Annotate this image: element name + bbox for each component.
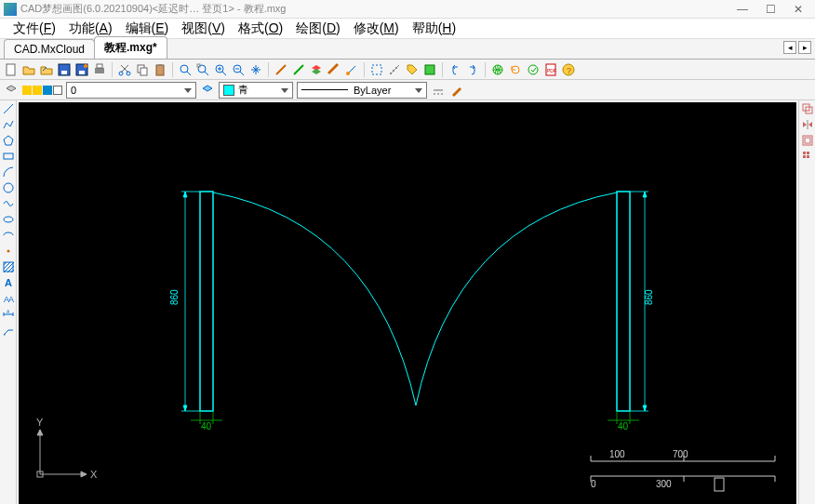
axis-y-label: Y [36, 417, 44, 428]
close-button[interactable]: ✕ [785, 2, 811, 17]
minimize-button[interactable]: — [729, 2, 755, 17]
polygon-icon[interactable] [2, 134, 15, 147]
rectangle-icon[interactable] [2, 150, 15, 163]
saveas-icon[interactable] [74, 62, 89, 77]
linetype-settings-icon[interactable] [431, 83, 446, 98]
tab-next-button[interactable]: ▸ [798, 41, 811, 54]
refresh-icon[interactable] [508, 62, 523, 77]
draw2-icon[interactable] [291, 62, 306, 77]
maximize-button[interactable]: ☐ [757, 2, 783, 17]
ruler-300: 300 [656, 479, 672, 489]
copy-icon[interactable] [135, 62, 150, 77]
new-icon[interactable] [4, 62, 19, 77]
svg-rect-13 [158, 64, 162, 66]
svg-rect-28 [4, 153, 13, 159]
mtext-icon[interactable]: AA [2, 292, 15, 305]
menu-help[interactable]: 帮助(H) [407, 19, 461, 39]
modify-toolbar [798, 100, 815, 504]
menu-view[interactable]: 视图(V) [176, 19, 231, 39]
color-combo[interactable]: 青 [219, 82, 293, 99]
standard-toolbar: PDF ? [0, 60, 815, 80]
tab-prev-button[interactable]: ◂ [783, 41, 796, 54]
svg-point-31 [7, 250, 9, 253]
help-icon[interactable]: ? [561, 62, 576, 77]
undo-icon[interactable] [448, 62, 462, 77]
leader-icon[interactable] [2, 324, 15, 337]
zoom-window-icon[interactable] [178, 62, 193, 77]
mirror-icon[interactable] [801, 118, 814, 131]
titlebar-text: CAD梦想画图(6.0.20210904)<延迟时… 登页1> - 教程.mxg [20, 2, 729, 16]
draw-toolbar: A AA A [0, 100, 17, 504]
zoom-out-icon[interactable] [231, 62, 246, 77]
brush-icon[interactable] [327, 62, 341, 77]
open2-icon[interactable] [39, 62, 54, 77]
line-icon[interactable] [2, 102, 15, 115]
measure-icon[interactable] [387, 62, 402, 77]
drawing-canvas[interactable]: 860 860 40 [19, 102, 796, 504]
spline-icon[interactable] [2, 197, 15, 210]
draw1-icon[interactable] [274, 62, 288, 77]
sync-icon[interactable] [526, 62, 541, 77]
ruler-700: 700 [673, 449, 688, 459]
tab-tutorial[interactable]: 教程.mxg* [94, 36, 167, 59]
line-sample [301, 89, 348, 90]
svg-rect-69 [803, 155, 806, 158]
save-icon[interactable] [57, 62, 72, 77]
style-icon[interactable] [344, 62, 359, 77]
tab-cloud[interactable]: CAD.MxCloud [4, 39, 95, 59]
svg-point-19 [346, 72, 350, 75]
properties-toolbar: 0 青 ByLayer [0, 80, 815, 100]
svg-rect-67 [803, 152, 806, 154]
select-icon[interactable] [369, 62, 384, 77]
layer-combo[interactable]: 0 [66, 82, 196, 99]
ellipse-arc-icon[interactable] [2, 229, 15, 242]
svg-point-14 [180, 65, 188, 73]
svg-point-23 [528, 65, 538, 74]
svg-point-5 [84, 64, 87, 68]
print-icon[interactable] [92, 62, 107, 77]
block-icon[interactable] [422, 62, 437, 77]
main-area: A AA A 860 [0, 100, 815, 504]
dim-left-width: 40 [201, 421, 212, 431]
zoom-extents-icon[interactable] [195, 62, 210, 77]
menu-modify[interactable]: 修改(M) [348, 19, 405, 39]
cut-icon[interactable] [117, 62, 132, 77]
hatch-icon[interactable] [2, 260, 15, 273]
lightbulb-icon [22, 86, 32, 95]
dimension-icon[interactable]: A [2, 308, 15, 321]
offset-icon[interactable] [801, 134, 814, 147]
export-pdf-icon[interactable]: PDF [543, 62, 558, 77]
svg-rect-4 [79, 71, 85, 74]
menu-file[interactable]: 文件(F) [7, 19, 61, 39]
linetype-combo[interactable]: ByLayer [297, 82, 427, 99]
zoom-in-icon[interactable] [213, 62, 228, 77]
copy-obj-icon[interactable] [801, 102, 814, 115]
menu-format[interactable]: 格式(O) [233, 19, 288, 39]
polyline-icon[interactable] [2, 118, 15, 131]
matchprop-icon[interactable] [449, 83, 464, 98]
paste-icon[interactable] [153, 62, 167, 77]
canvas-wrap: 860 860 40 [17, 100, 798, 504]
layer-manager-icon[interactable] [4, 83, 19, 98]
menu-draw[interactable]: 绘图(D) [290, 19, 345, 39]
text-icon[interactable]: A [2, 276, 15, 289]
pan-icon[interactable] [248, 62, 263, 77]
array-icon[interactable] [801, 150, 814, 163]
arc-icon[interactable] [2, 166, 15, 179]
ellipse-icon[interactable] [2, 213, 15, 226]
svg-rect-66 [805, 138, 810, 143]
layers-icon[interactable] [309, 62, 324, 77]
dim-left-height: 860 [169, 289, 180, 305]
globe-icon[interactable] [490, 62, 505, 77]
circle-icon[interactable] [2, 181, 15, 194]
svg-rect-6 [95, 68, 104, 73]
svg-rect-7 [97, 64, 102, 68]
point-icon[interactable] [2, 245, 15, 258]
titlebar: CAD梦想画图(6.0.20210904)<延迟时… 登页1> - 教程.mxg… [0, 0, 815, 19]
svg-rect-38 [617, 192, 630, 411]
open-icon[interactable] [21, 62, 36, 77]
layer-prev-icon[interactable] [200, 83, 215, 98]
tag-icon[interactable] [405, 62, 420, 77]
redo-icon[interactable] [465, 62, 480, 77]
lock-icon [43, 86, 52, 95]
